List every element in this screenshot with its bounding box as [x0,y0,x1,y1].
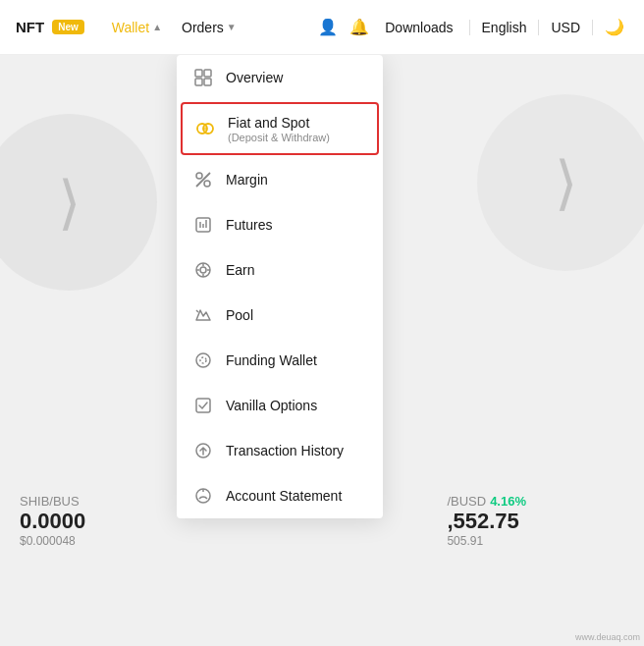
svg-rect-21 [196,399,210,412]
transaction-icon [192,440,214,461]
svg-rect-2 [195,79,202,85]
funding-icon [192,350,214,371]
dropdown-item-pool[interactable]: Pool [177,293,383,338]
futures-icon [192,214,214,236]
nav-divider-2 [538,20,539,35]
ticker-pair-left: SHIB/BUS [20,494,85,509]
orders-nav-item[interactable]: Orders ▼ [174,16,244,39]
dropdown-item-margin[interactable]: Margin [177,157,383,202]
dropdown-item-fiat-spot[interactable]: Fiat and Spot (Deposit & Withdraw) [181,102,379,155]
watermark: www.deuaq.com [575,632,640,642]
earn-icon [192,259,214,281]
funding-label: Funding Wallet [226,351,317,369]
svg-point-14 [200,267,206,273]
overview-icon [192,67,214,88]
nav-divider-3 [592,20,593,35]
svg-point-19 [196,353,210,367]
wallet-chevron: ▲ [152,22,162,32]
margin-label: Margin [226,171,268,188]
statement-label: Account Statement [226,487,342,505]
dropdown-item-vanilla[interactable]: Vanilla Options [177,383,383,428]
orders-label: Orders [182,20,224,35]
downloads-link[interactable]: Downloads [377,16,460,39]
orders-chevron: ▼ [227,22,237,32]
wallet-dropdown: Overview Fiat and Spot (Deposit & Withdr… [177,55,383,518]
currency-label[interactable]: USD [547,16,584,39]
nft-logo[interactable]: NFT [16,19,44,35]
ticker-usd-left: $0.000048 [20,534,85,548]
svg-point-20 [200,357,206,363]
ticker-left: SHIB/BUS 0.0000 $0.000048 [20,494,85,548]
bg-circle-right: ⟩ [477,94,644,271]
statement-icon [192,485,214,507]
profile-icon[interactable]: 👤 [314,14,342,41]
ticker-usd-right: 505.91 [447,534,526,548]
dropdown-item-earn[interactable]: Earn [177,247,383,293]
dropdown-item-funding[interactable]: Funding Wallet [177,338,383,383]
fiat-spot-icon [194,118,216,139]
pool-icon [192,304,214,326]
ticker-price-right: ,552.75 [447,509,526,534]
dropdown-item-overview[interactable]: Overview [177,55,383,100]
svg-rect-1 [204,70,211,77]
wallet-label: Wallet [112,20,149,35]
bg-arrow-left: ⟩ [58,168,80,237]
vanilla-label: Vanilla Options [226,397,317,414]
svg-point-8 [204,181,210,187]
language-label[interactable]: English [478,16,531,39]
dropdown-item-futures[interactable]: Futures [177,202,383,247]
earn-label: Earn [226,261,255,279]
navbar: NFT New Wallet ▲ Orders ▼ 👤 🔔 Downloads … [0,0,644,55]
svg-point-7 [196,173,202,179]
vanilla-icon [192,395,214,416]
margin-icon [192,169,214,190]
fiat-spot-text-container: Fiat and Spot (Deposit & Withdraw) [228,114,330,143]
ticker-right: /BUSD 4.16% ,552.75 505.91 [447,494,526,548]
pool-label: Pool [226,306,253,324]
wallet-nav-item[interactable]: Wallet ▲ [104,16,170,39]
ticker-price-left: 0.0000 [20,509,85,534]
dropdown-item-transaction[interactable]: Transaction History [177,428,383,473]
dropdown-item-statement[interactable]: Account Statement [177,473,383,518]
svg-line-6 [196,173,210,187]
bell-icon[interactable]: 🔔 [346,14,373,41]
transaction-label: Transaction History [226,442,344,459]
futures-label: Futures [226,216,272,234]
ticker-change: 4.16% [490,494,526,509]
fiat-spot-label: Fiat and Spot [228,114,330,132]
ticker-pair-right: /BUSD [447,494,486,509]
bg-arrow-right: ⟩ [555,148,577,217]
bg-circle-left: ⟩ [0,114,157,291]
svg-rect-3 [204,79,211,85]
svg-rect-0 [195,70,202,77]
theme-toggle-icon[interactable]: 🌙 [601,14,628,40]
main-content: ⟩ ⟩ SHIB/BUS 0.0000 $0.000048 /BUSD 4.16… [0,55,644,646]
nav-divider-1 [469,20,470,35]
new-badge: New [52,20,84,34]
fiat-spot-sublabel: (Deposit & Withdraw) [228,132,330,143]
overview-label: Overview [226,69,283,86]
